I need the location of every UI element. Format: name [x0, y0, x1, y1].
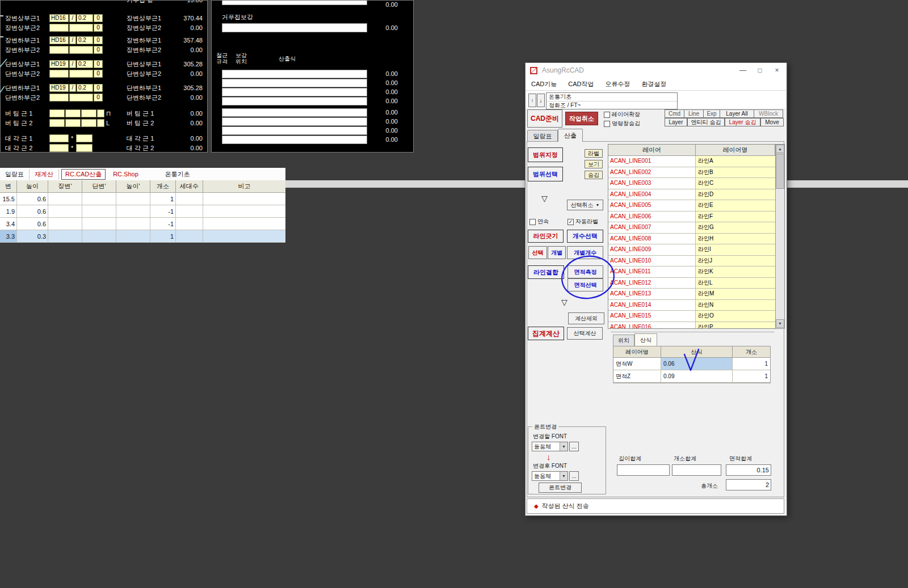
rebar-count-field[interactable]: 0 [94, 70, 103, 78]
rebar-field[interactable] [65, 119, 81, 127]
hide-button[interactable]: 숨김 [585, 171, 603, 179]
menu-settings[interactable]: 환경설정 [636, 80, 672, 88]
cell[interactable] [82, 218, 116, 230]
formula-row[interactable]: 면적Z 0.09 1 [613, 370, 770, 383]
layer-row[interactable]: ACAN_LINE012라인L [608, 278, 775, 289]
tab-summary-list[interactable]: 일람표 [0, 169, 30, 180]
scroll-thumb[interactable] [776, 154, 784, 189]
rebar-size-field[interactable]: HD16 [49, 36, 69, 44]
rebar-spacing-field[interactable] [69, 94, 93, 101]
cell[interactable]: -1 [150, 218, 176, 230]
layer-row[interactable]: ACAN_LINE015라인O [608, 311, 775, 322]
rebar-field[interactable] [76, 144, 93, 152]
rebar-count-field[interactable]: 0 [94, 24, 103, 32]
font-to-browse-button[interactable]: ... [569, 471, 579, 481]
formula-row[interactable]: 면적W 0.06 1 [613, 358, 770, 370]
cell[interactable]: 0.6 [17, 205, 48, 218]
cell[interactable] [82, 205, 116, 218]
rebar-slash-field[interactable]: / [69, 60, 76, 68]
rebar-field[interactable] [49, 109, 65, 117]
menu-cad-function[interactable]: CAD기능 [526, 80, 562, 88]
cad-ready-button[interactable]: CAD준비 [527, 109, 562, 128]
length-total-field[interactable] [617, 464, 670, 476]
cell[interactable] [176, 218, 203, 230]
cell[interactable]: 3.4 [0, 218, 17, 230]
cell[interactable] [48, 230, 82, 243]
formwork-input[interactable] [222, 0, 367, 5]
layer-row[interactable]: ACAN_LINE004라인D [608, 189, 775, 201]
cell[interactable] [48, 205, 82, 218]
cmd-button[interactable]: Cmd [665, 109, 684, 118]
cancel-select-button[interactable]: 선택취소▼ [567, 200, 603, 210]
cell[interactable] [116, 205, 150, 218]
rebar-spacing-field[interactable]: 0.2 [77, 14, 93, 22]
layer-row[interactable]: ACAN_LINE008라인H [608, 234, 775, 245]
cell[interactable] [203, 205, 285, 218]
rebar-count-field[interactable]: 0 [94, 14, 103, 22]
view-button[interactable]: 보기 [585, 160, 603, 168]
rebar-field[interactable] [49, 134, 69, 142]
layer-row[interactable]: ACAN_LINE009라인I [608, 244, 775, 256]
cell[interactable] [176, 230, 203, 243]
cell[interactable] [203, 193, 285, 205]
area-total-field[interactable]: 0.15 [726, 464, 771, 476]
rebar-size-field[interactable] [49, 70, 69, 78]
hide-command-checkbox[interactable]: 명령창숨김 [604, 120, 640, 128]
formula-input[interactable] [222, 88, 367, 96]
scroll-up-icon[interactable]: ▲ [776, 145, 784, 153]
layer-row[interactable]: ACAN_LINE005라인E [608, 200, 775, 211]
rebar-size-field[interactable]: HD16 [49, 14, 69, 22]
formula-input[interactable] [222, 108, 367, 117]
formula-input[interactable] [222, 70, 367, 78]
cancel-work-button[interactable]: 작업취소 [565, 112, 598, 125]
close-button[interactable]: × [768, 64, 785, 77]
draw-line-button[interactable]: 라인긋기 [528, 230, 564, 243]
rebar-spacing-field[interactable]: 0.2 [77, 36, 93, 44]
formula-input[interactable] [222, 97, 367, 105]
cell[interactable] [176, 193, 203, 205]
individual-button[interactable]: 개별 [548, 246, 566, 259]
area-select-button[interactable]: 면적선택 [568, 278, 603, 291]
range-select-button[interactable]: 범위선택 [528, 167, 563, 181]
tab-summary[interactable]: 일람표 [527, 130, 558, 142]
wblock-button[interactable]: WBlock [754, 109, 783, 118]
layer-row[interactable]: ACAN_LINE013라인M [608, 289, 775, 300]
minimize-button[interactable]: — [734, 64, 751, 77]
calc-exclude-button[interactable]: 계산제외 [568, 312, 604, 324]
layer-row[interactable]: ACAN_LINE006라인F [608, 211, 775, 223]
cell[interactable] [116, 218, 150, 230]
rebar-slash-field[interactable]: / [69, 14, 76, 22]
cell[interactable]: -1 [150, 205, 176, 218]
move-button[interactable]: Move [760, 118, 784, 126]
select-calc-button[interactable]: 선택계산 [567, 327, 603, 340]
count-select-button[interactable]: 개수선택 [567, 230, 603, 243]
layer-hide-button[interactable]: Layer 숨김 [725, 118, 760, 126]
cell[interactable] [203, 230, 285, 243]
line-join-button[interactable]: 라인결합 [528, 265, 564, 279]
range-set-button[interactable]: 범위지정 [528, 147, 563, 162]
aggregate-calc-button[interactable]: 집계계산 [528, 327, 564, 340]
formula-input[interactable] [222, 126, 367, 135]
rebar-slash-field[interactable]: / [69, 36, 76, 44]
layer-col-header[interactable]: 레이어 [608, 145, 696, 156]
rebar-count-field[interactable]: 0 [94, 36, 103, 44]
line-button[interactable]: Line [684, 109, 704, 118]
entity-hide-button[interactable]: 엔티티 숨김 [687, 118, 725, 126]
layer-row[interactable]: ACAN_LINE011라인K [608, 266, 775, 278]
rebar-field[interactable] [76, 134, 93, 142]
cell[interactable] [82, 230, 116, 243]
cell[interactable]: 0.3 [17, 230, 48, 243]
scroll-down-icon[interactable]: ▼ [776, 319, 784, 328]
formula-cell-selected[interactable]: 0.06 [661, 358, 733, 370]
layer-expand-checkbox[interactable]: 레이어확장 [604, 111, 640, 119]
autolabel-checkbox[interactable]: ✓자동라벨 [568, 218, 598, 226]
layer-row[interactable]: ACAN_LINE016라인P [608, 322, 775, 329]
rebar-count-field[interactable]: 0 [94, 60, 103, 68]
chevron-down-icon[interactable]: ▼ [560, 442, 568, 451]
menu-cad-work[interactable]: CAD작업 [562, 80, 599, 88]
chevron-down-icon[interactable]: ▼ [560, 472, 568, 480]
rebar-field[interactable] [81, 109, 96, 117]
formwork-input[interactable] [222, 23, 367, 32]
tab-position[interactable]: 위치 [613, 335, 634, 346]
layer-row[interactable]: ACAN_LINE002라인B [608, 167, 775, 179]
